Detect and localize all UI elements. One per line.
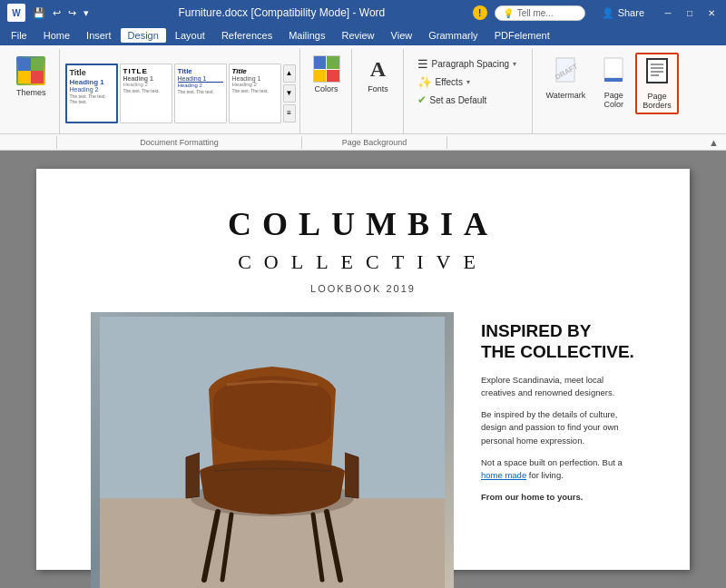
- document-area: COLUMBIA COLLECTIVE LOOKBOOK 2019: [0, 151, 726, 588]
- svg-rect-6: [604, 58, 623, 78]
- save-icon[interactable]: 💾: [31, 5, 47, 21]
- menu-references[interactable]: References: [214, 28, 280, 43]
- page-background-label: Page Background: [302, 136, 447, 149]
- para-3-text: Not a space built on perfection. But a: [481, 457, 623, 467]
- window-title: Furniture.docx [Compatibility Mode] - Wo…: [91, 6, 473, 19]
- share-button[interactable]: 👤 Share: [593, 5, 653, 22]
- themes-group: Themes: [4, 49, 60, 133]
- ribbon-controls-right: ▲: [709, 137, 719, 148]
- doc-title-main: COLUMBIA: [91, 205, 635, 243]
- para-spacing-arrow: ▾: [513, 60, 516, 68]
- watermark-label: Watermark: [546, 91, 586, 100]
- dropdown-icon[interactable]: ▾: [82, 5, 91, 21]
- themes-content: Themes: [9, 53, 54, 130]
- menu-review[interactable]: Review: [335, 28, 382, 43]
- menu-design[interactable]: Design: [121, 28, 166, 43]
- menu-home[interactable]: Home: [36, 28, 77, 43]
- ribbon-content: Themes Title Heading 1 Heading 2 The tex…: [0, 45, 726, 133]
- svg-rect-0: [18, 58, 31, 71]
- tell-me-text: Tell me...: [517, 8, 554, 18]
- format-scroll-arrows: ▲ ▼ ≡: [283, 64, 296, 122]
- title-bar-left: W 💾 ↩ ↪ ▾: [7, 4, 91, 22]
- fonts-label: Fonts: [368, 84, 388, 93]
- tell-me-box[interactable]: 💡 Tell me...: [495, 5, 585, 21]
- page-borders-button[interactable]: Page Borders: [635, 53, 679, 114]
- fonts-button[interactable]: A Fonts: [359, 53, 397, 96]
- colors-group: Colors: [302, 49, 352, 133]
- scroll-down-button[interactable]: ▼: [283, 84, 296, 103]
- format-thumb-1[interactable]: Title Heading 1 Heading 2 The text. The …: [65, 64, 118, 123]
- page-background-group: DRAFT Watermark Page Color: [535, 49, 684, 133]
- minimize-button[interactable]: ─: [661, 5, 675, 20]
- themes-label: Themes: [16, 88, 46, 97]
- menu-insert[interactable]: Insert: [79, 28, 119, 43]
- menu-bar: File Home Insert Design Layout Reference…: [0, 25, 726, 45]
- document-page: COLUMBIA COLLECTIVE LOOKBOOK 2019: [36, 169, 690, 570]
- page-borders-label: Page Borders: [643, 92, 672, 110]
- page-bg-content: DRAFT Watermark Page Color: [540, 53, 679, 130]
- format-thumb-4[interactable]: Title Heading 1 Heading 2 The text. The …: [229, 64, 281, 123]
- person-icon: 👤: [602, 7, 614, 19]
- colors-content: Colors: [308, 53, 346, 130]
- colors-button[interactable]: Colors: [308, 53, 346, 96]
- effects-button[interactable]: ✨ Effects ▾: [415, 74, 520, 90]
- format-thumbs-row: Title Heading 1 Heading 2 The text. The …: [65, 53, 296, 133]
- colors-label: Colors: [315, 84, 338, 93]
- redo-icon[interactable]: ↪: [66, 5, 78, 21]
- maximize-button[interactable]: □: [682, 5, 697, 20]
- checkmark-icon: ✔: [417, 93, 427, 106]
- lightbulb-icon: 💡: [503, 8, 514, 18]
- scroll-more-button[interactable]: ≡: [283, 104, 296, 122]
- chair-background: [91, 312, 454, 588]
- para-4: From our home to yours.: [481, 491, 635, 504]
- effects-icon: ✨: [417, 75, 432, 89]
- themes-icon: [16, 56, 45, 85]
- menu-file[interactable]: File: [4, 28, 34, 43]
- fonts-group: A Fonts: [354, 49, 404, 133]
- page-borders-icon: [644, 57, 670, 90]
- page-color-button[interactable]: Page Color: [594, 53, 633, 113]
- para-spacing-label: Paragraph Spacing: [432, 59, 510, 69]
- menu-pdfelement[interactable]: PDFelement: [487, 28, 557, 43]
- undo-icon[interactable]: ↩: [51, 5, 63, 21]
- format-thumb-2[interactable]: TITLE Heading 1 Heading 2 The text. The …: [120, 64, 172, 123]
- warning-icon: !: [473, 5, 487, 20]
- ribbon: Themes Title Heading 1 Heading 2 The tex…: [0, 45, 726, 134]
- colors-swatch: [313, 55, 340, 83]
- group-labels: Document Formatting Page Background: [7, 136, 447, 149]
- para-3: Not a space built on perfection. But a h…: [481, 456, 635, 483]
- fonts-icon: A: [365, 55, 392, 83]
- ribbon-collapse-button[interactable]: ▲: [709, 137, 719, 148]
- para-spacing-button[interactable]: ☰ Paragraph Spacing ▾: [415, 56, 520, 72]
- effects-label: Effects: [436, 77, 463, 87]
- inspired-title: INSPIRED BYTHE COLLECTIVE.: [481, 321, 635, 363]
- doc-formatting-group: Title Heading 1 Heading 2 The text. The …: [62, 49, 300, 133]
- scroll-up-button[interactable]: ▲: [283, 64, 296, 83]
- watermark-button[interactable]: DRAFT Watermark: [540, 53, 593, 103]
- set-default-button[interactable]: ✔ Set as Default: [415, 93, 520, 107]
- fonts-content: A Fonts: [359, 53, 397, 130]
- para-content: ☰ Paragraph Spacing ▾ ✨ Effects ▾ ✔ Set …: [411, 53, 524, 111]
- page-color-label: Page Color: [603, 91, 623, 109]
- para-group: ☰ Paragraph Spacing ▾ ✨ Effects ▾ ✔ Set …: [406, 49, 533, 133]
- set-default-label: Set as Default: [430, 95, 487, 105]
- quick-access: 💾 ↩ ↪ ▾: [31, 5, 91, 21]
- themes-button[interactable]: Themes: [9, 53, 54, 101]
- doc-content-row: INSPIRED BYTHE COLLECTIVE. Explore Scand…: [91, 312, 635, 588]
- menu-mailings[interactable]: Mailings: [281, 28, 332, 43]
- chair-svg: [100, 317, 445, 588]
- para-spacing-icon: ☰: [417, 57, 428, 71]
- ribbon-bottom: Document Formatting Page Background ▲: [0, 134, 726, 151]
- menu-view[interactable]: View: [384, 28, 420, 43]
- doc-title-sub: COLLECTIVE: [91, 250, 635, 274]
- close-button[interactable]: ✕: [704, 5, 719, 20]
- doc-lookbook: LOOKBOOK 2019: [91, 283, 635, 294]
- svg-rect-2: [18, 71, 31, 83]
- menu-layout[interactable]: Layout: [168, 28, 212, 43]
- format-thumb-3[interactable]: Title Heading 1 Heading 2 The text. The …: [174, 64, 227, 123]
- para-3-rest: for living.: [529, 470, 564, 480]
- home-made-link[interactable]: home made: [481, 470, 526, 480]
- svg-rect-8: [647, 59, 667, 83]
- chair-image: [91, 312, 454, 588]
- menu-grammarly[interactable]: Grammarly: [421, 28, 485, 43]
